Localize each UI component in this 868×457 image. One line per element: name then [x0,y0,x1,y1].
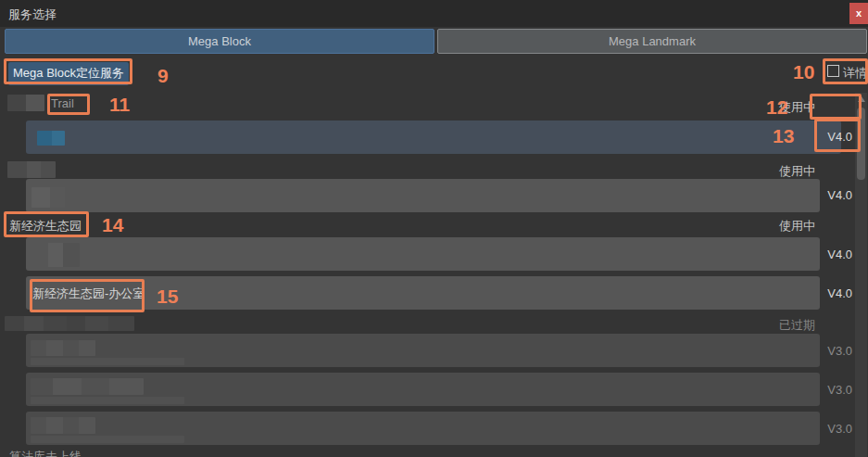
service-selection-dialog: 服务选择 x Mega Block Mega Landmark Mega Blo… [0,0,868,457]
service-row-selected[interactable] [26,121,841,154]
redacted-block [31,358,184,365]
redacted-block [5,316,134,331]
row-version: V3.0 [827,422,852,436]
row-version: V3.0 [827,383,852,397]
redacted-block [31,340,95,356]
group-name: Trail [51,96,74,110]
annotation-number-9: 9 [157,65,169,87]
service-row[interactable] [26,412,820,445]
group-header[interactable]: 新经济生态园 使用中 [0,215,855,237]
row-version: V4.0 [827,286,852,300]
group-status: 使用中 [779,218,815,235]
row-version: V4.0 [827,248,852,261]
scroll-up-icon[interactable] [858,96,865,102]
redacted-block [31,378,144,395]
details-checkbox[interactable] [827,65,839,77]
close-button[interactable]: x [849,3,868,24]
service-row[interactable] [26,334,820,367]
group-header[interactable]: Trail 使用中 [0,93,855,115]
tab-mega-landmark[interactable]: Mega Landmark [437,29,867,54]
scrollbar-thumb[interactable] [857,108,865,180]
row-version: V3.0 [827,344,852,358]
group-header[interactable]: 已过期 [0,314,855,335]
redacted-block [31,417,95,434]
details-checkbox-label[interactable]: 详情 [843,65,867,82]
redacted-block [37,131,65,146]
service-type-label[interactable]: Mega Block定位服务 [8,62,129,85]
group-name: 新经济生态园 [9,218,82,235]
dialog-title: 服务选择 [8,6,57,23]
clipped-group-name: 算法库未上线 [9,449,82,457]
tab-mega-block[interactable]: Mega Block [5,29,434,54]
redacted-block [7,161,56,178]
group-status: 使用中 [779,163,815,180]
row-version: V4.0 [827,130,852,144]
annotation-number-10: 10 [793,61,814,83]
service-row[interactable] [26,237,820,271]
row-label: 新经济生态园-办公室 [32,286,145,302]
redacted-block [31,187,65,208]
redacted-block [31,243,80,267]
redacted-block [31,397,184,404]
service-row[interactable] [26,179,820,212]
row-version: V4.0 [827,188,852,202]
service-row[interactable]: 新经济生态园-办公室 [26,276,820,310]
redacted-block [7,95,44,111]
redacted-block [31,436,184,443]
service-row[interactable] [26,373,820,406]
group-status: 已过期 [779,317,815,334]
group-status: 使用中 [779,99,815,116]
title-bar [0,0,868,27]
